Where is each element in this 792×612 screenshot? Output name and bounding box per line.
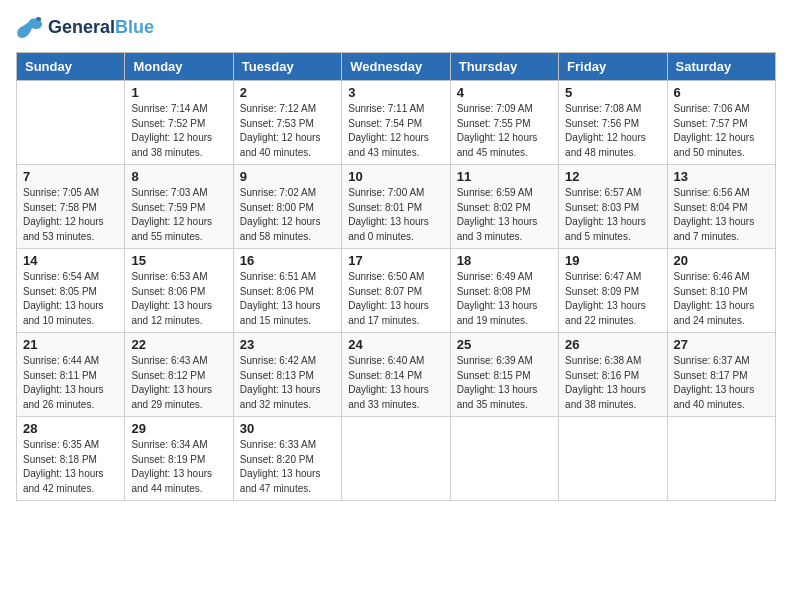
calendar-day [342, 417, 450, 501]
calendar-day: 13Sunrise: 6:56 AM Sunset: 8:04 PM Dayli… [667, 165, 775, 249]
calendar-day: 17Sunrise: 6:50 AM Sunset: 8:07 PM Dayli… [342, 249, 450, 333]
logo-icon [16, 16, 44, 40]
day-number: 6 [674, 85, 769, 100]
day-info: Sunrise: 7:09 AM Sunset: 7:55 PM Dayligh… [457, 102, 552, 160]
day-info: Sunrise: 7:05 AM Sunset: 7:58 PM Dayligh… [23, 186, 118, 244]
calendar-day: 3Sunrise: 7:11 AM Sunset: 7:54 PM Daylig… [342, 81, 450, 165]
day-number: 20 [674, 253, 769, 268]
day-info: Sunrise: 6:53 AM Sunset: 8:06 PM Dayligh… [131, 270, 226, 328]
day-number: 12 [565, 169, 660, 184]
calendar-header-tuesday: Tuesday [233, 53, 341, 81]
day-number: 13 [674, 169, 769, 184]
day-number: 21 [23, 337, 118, 352]
calendar-day: 22Sunrise: 6:43 AM Sunset: 8:12 PM Dayli… [125, 333, 233, 417]
day-number: 3 [348, 85, 443, 100]
day-number: 7 [23, 169, 118, 184]
calendar-day: 5Sunrise: 7:08 AM Sunset: 7:56 PM Daylig… [559, 81, 667, 165]
day-number: 16 [240, 253, 335, 268]
day-info: Sunrise: 6:42 AM Sunset: 8:13 PM Dayligh… [240, 354, 335, 412]
calendar-day: 25Sunrise: 6:39 AM Sunset: 8:15 PM Dayli… [450, 333, 558, 417]
day-number: 27 [674, 337, 769, 352]
calendar-day: 7Sunrise: 7:05 AM Sunset: 7:58 PM Daylig… [17, 165, 125, 249]
calendar-day: 29Sunrise: 6:34 AM Sunset: 8:19 PM Dayli… [125, 417, 233, 501]
calendar-header-row: SundayMondayTuesdayWednesdayThursdayFrid… [17, 53, 776, 81]
calendar-header-wednesday: Wednesday [342, 53, 450, 81]
day-info: Sunrise: 6:44 AM Sunset: 8:11 PM Dayligh… [23, 354, 118, 412]
calendar-day: 14Sunrise: 6:54 AM Sunset: 8:05 PM Dayli… [17, 249, 125, 333]
calendar-day: 9Sunrise: 7:02 AM Sunset: 8:00 PM Daylig… [233, 165, 341, 249]
day-number: 28 [23, 421, 118, 436]
day-info: Sunrise: 6:35 AM Sunset: 8:18 PM Dayligh… [23, 438, 118, 496]
day-number: 14 [23, 253, 118, 268]
day-info: Sunrise: 6:34 AM Sunset: 8:19 PM Dayligh… [131, 438, 226, 496]
calendar-day: 26Sunrise: 6:38 AM Sunset: 8:16 PM Dayli… [559, 333, 667, 417]
calendar-day: 16Sunrise: 6:51 AM Sunset: 8:06 PM Dayli… [233, 249, 341, 333]
day-info: Sunrise: 7:12 AM Sunset: 7:53 PM Dayligh… [240, 102, 335, 160]
calendar-day: 27Sunrise: 6:37 AM Sunset: 8:17 PM Dayli… [667, 333, 775, 417]
calendar-week-4: 21Sunrise: 6:44 AM Sunset: 8:11 PM Dayli… [17, 333, 776, 417]
day-info: Sunrise: 6:47 AM Sunset: 8:09 PM Dayligh… [565, 270, 660, 328]
calendar-week-2: 7Sunrise: 7:05 AM Sunset: 7:58 PM Daylig… [17, 165, 776, 249]
calendar-day [667, 417, 775, 501]
day-info: Sunrise: 7:00 AM Sunset: 8:01 PM Dayligh… [348, 186, 443, 244]
calendar-week-5: 28Sunrise: 6:35 AM Sunset: 8:18 PM Dayli… [17, 417, 776, 501]
calendar-day: 21Sunrise: 6:44 AM Sunset: 8:11 PM Dayli… [17, 333, 125, 417]
day-number: 15 [131, 253, 226, 268]
calendar-day: 23Sunrise: 6:42 AM Sunset: 8:13 PM Dayli… [233, 333, 341, 417]
day-info: Sunrise: 7:08 AM Sunset: 7:56 PM Dayligh… [565, 102, 660, 160]
day-number: 11 [457, 169, 552, 184]
day-number: 4 [457, 85, 552, 100]
day-info: Sunrise: 6:46 AM Sunset: 8:10 PM Dayligh… [674, 270, 769, 328]
day-info: Sunrise: 7:11 AM Sunset: 7:54 PM Dayligh… [348, 102, 443, 160]
calendar-week-1: 1Sunrise: 7:14 AM Sunset: 7:52 PM Daylig… [17, 81, 776, 165]
day-number: 8 [131, 169, 226, 184]
calendar-day: 20Sunrise: 6:46 AM Sunset: 8:10 PM Dayli… [667, 249, 775, 333]
calendar-day: 1Sunrise: 7:14 AM Sunset: 7:52 PM Daylig… [125, 81, 233, 165]
calendar-week-3: 14Sunrise: 6:54 AM Sunset: 8:05 PM Dayli… [17, 249, 776, 333]
day-info: Sunrise: 7:02 AM Sunset: 8:00 PM Dayligh… [240, 186, 335, 244]
calendar-header-thursday: Thursday [450, 53, 558, 81]
calendar-header-friday: Friday [559, 53, 667, 81]
day-info: Sunrise: 6:51 AM Sunset: 8:06 PM Dayligh… [240, 270, 335, 328]
logo: GeneralBlue [16, 16, 154, 40]
day-number: 17 [348, 253, 443, 268]
day-number: 10 [348, 169, 443, 184]
day-info: Sunrise: 7:03 AM Sunset: 7:59 PM Dayligh… [131, 186, 226, 244]
calendar-header-monday: Monday [125, 53, 233, 81]
day-info: Sunrise: 7:14 AM Sunset: 7:52 PM Dayligh… [131, 102, 226, 160]
day-info: Sunrise: 6:33 AM Sunset: 8:20 PM Dayligh… [240, 438, 335, 496]
calendar-header-sunday: Sunday [17, 53, 125, 81]
calendar-day [17, 81, 125, 165]
calendar-day: 15Sunrise: 6:53 AM Sunset: 8:06 PM Dayli… [125, 249, 233, 333]
calendar-day: 2Sunrise: 7:12 AM Sunset: 7:53 PM Daylig… [233, 81, 341, 165]
day-number: 30 [240, 421, 335, 436]
day-number: 25 [457, 337, 552, 352]
page-header: GeneralBlue [16, 16, 776, 40]
day-info: Sunrise: 6:37 AM Sunset: 8:17 PM Dayligh… [674, 354, 769, 412]
day-number: 24 [348, 337, 443, 352]
calendar-day: 18Sunrise: 6:49 AM Sunset: 8:08 PM Dayli… [450, 249, 558, 333]
day-info: Sunrise: 6:38 AM Sunset: 8:16 PM Dayligh… [565, 354, 660, 412]
day-number: 26 [565, 337, 660, 352]
day-number: 22 [131, 337, 226, 352]
calendar-day: 12Sunrise: 6:57 AM Sunset: 8:03 PM Dayli… [559, 165, 667, 249]
calendar-day: 10Sunrise: 7:00 AM Sunset: 8:01 PM Dayli… [342, 165, 450, 249]
calendar-day: 8Sunrise: 7:03 AM Sunset: 7:59 PM Daylig… [125, 165, 233, 249]
day-info: Sunrise: 6:56 AM Sunset: 8:04 PM Dayligh… [674, 186, 769, 244]
day-info: Sunrise: 7:06 AM Sunset: 7:57 PM Dayligh… [674, 102, 769, 160]
calendar-table: SundayMondayTuesdayWednesdayThursdayFrid… [16, 52, 776, 501]
calendar-day: 28Sunrise: 6:35 AM Sunset: 8:18 PM Dayli… [17, 417, 125, 501]
day-number: 5 [565, 85, 660, 100]
day-number: 9 [240, 169, 335, 184]
day-info: Sunrise: 6:50 AM Sunset: 8:07 PM Dayligh… [348, 270, 443, 328]
day-info: Sunrise: 6:54 AM Sunset: 8:05 PM Dayligh… [23, 270, 118, 328]
calendar-header-saturday: Saturday [667, 53, 775, 81]
day-number: 29 [131, 421, 226, 436]
day-number: 18 [457, 253, 552, 268]
day-number: 2 [240, 85, 335, 100]
day-number: 19 [565, 253, 660, 268]
calendar-day [559, 417, 667, 501]
day-info: Sunrise: 6:43 AM Sunset: 8:12 PM Dayligh… [131, 354, 226, 412]
calendar-day: 6Sunrise: 7:06 AM Sunset: 7:57 PM Daylig… [667, 81, 775, 165]
calendar-day: 19Sunrise: 6:47 AM Sunset: 8:09 PM Dayli… [559, 249, 667, 333]
